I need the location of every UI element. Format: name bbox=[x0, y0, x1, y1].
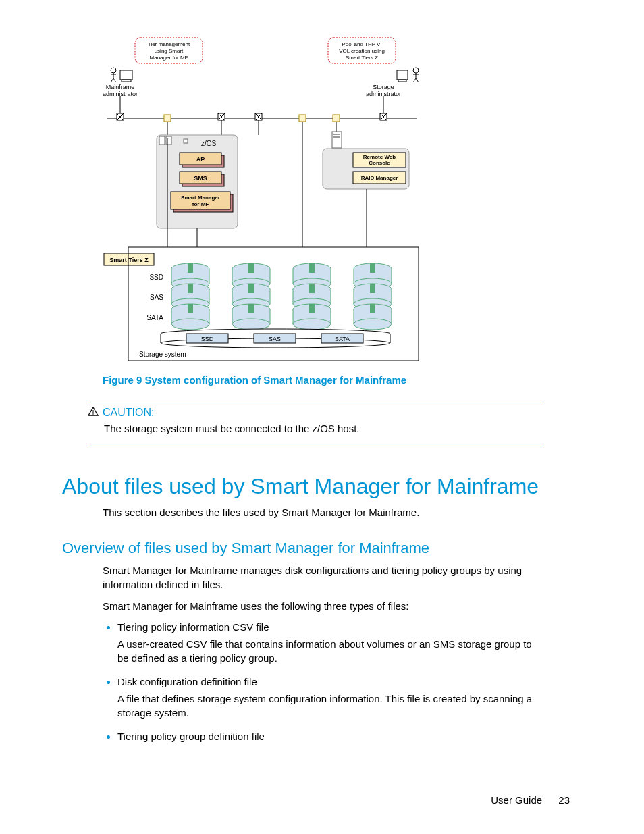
svg-text:using Smart: using Smart bbox=[155, 48, 184, 54]
svg-text:Smart Tiers Z: Smart Tiers Z bbox=[109, 257, 149, 263]
svg-text:Storage system: Storage system bbox=[139, 350, 186, 358]
svg-rect-84 bbox=[188, 304, 193, 313]
svg-rect-138 bbox=[370, 304, 375, 313]
footer-label: User Guide bbox=[491, 794, 542, 806]
svg-rect-36 bbox=[184, 139, 188, 143]
svg-text:Manager for MF: Manager for MF bbox=[150, 55, 188, 61]
svg-rect-51 bbox=[333, 136, 340, 138]
svg-rect-137 bbox=[370, 284, 375, 293]
list-item: Tiering policy information CSV file A us… bbox=[117, 620, 541, 665]
svg-rect-14 bbox=[398, 80, 406, 82]
svg-rect-119 bbox=[309, 284, 315, 293]
svg-text:z/OS: z/OS bbox=[201, 140, 217, 147]
svg-text:Storage: Storage bbox=[373, 84, 394, 90]
svg-text:Smart Tiers Z: Smart Tiers Z bbox=[346, 55, 378, 61]
svg-text:RAID Manager: RAID Manager bbox=[361, 175, 398, 181]
svg-text:SSD: SSD bbox=[149, 273, 163, 281]
page-footer: User Guide 23 bbox=[491, 794, 570, 806]
svg-text:VOL creation using: VOL creation using bbox=[339, 48, 385, 54]
svg-text:SAS: SAS bbox=[269, 336, 281, 342]
svg-point-81 bbox=[171, 319, 209, 330]
document-page: Tier management using Smart Manager for … bbox=[0, 0, 644, 834]
heading-1: About files used by Smart Manager for Ma… bbox=[62, 474, 644, 499]
caution-text: The storage system must be connected to … bbox=[104, 423, 541, 434]
paragraph: Smart Manager for Mainframe uses the fol… bbox=[103, 600, 541, 613]
svg-rect-136 bbox=[370, 263, 375, 273]
figure-caption: Figure 9 System configuration of Smart M… bbox=[103, 374, 644, 386]
svg-point-99 bbox=[232, 319, 270, 330]
svg-rect-118 bbox=[309, 263, 315, 273]
svg-point-8 bbox=[111, 68, 116, 73]
svg-text:AP: AP bbox=[196, 156, 205, 163]
caution-icon bbox=[88, 407, 99, 416]
svg-rect-102 bbox=[248, 304, 254, 313]
svg-text:Pool and THP V-: Pool and THP V- bbox=[342, 41, 382, 47]
svg-text:Smart Manager: Smart Manager bbox=[181, 194, 220, 201]
svg-text:SAS: SAS bbox=[150, 294, 163, 301]
svg-point-152 bbox=[92, 413, 94, 415]
svg-rect-13 bbox=[397, 70, 408, 80]
svg-point-15 bbox=[413, 68, 419, 73]
svg-point-117 bbox=[293, 319, 331, 330]
page-number: 23 bbox=[558, 794, 570, 806]
svg-text:SATA: SATA bbox=[335, 336, 350, 342]
svg-rect-120 bbox=[309, 304, 315, 313]
file-types-list: Tiering policy information CSV file A us… bbox=[103, 620, 541, 744]
svg-rect-10 bbox=[122, 80, 131, 82]
svg-point-135 bbox=[354, 319, 392, 330]
system-diagram: Tier management using Smart Manager for … bbox=[100, 34, 424, 365]
svg-text:for MF: for MF bbox=[192, 201, 209, 207]
svg-rect-83 bbox=[188, 284, 193, 293]
svg-rect-35 bbox=[166, 136, 171, 145]
svg-text:SMS: SMS bbox=[194, 175, 207, 182]
caution-block: CAUTION: The storage system must be conn… bbox=[88, 402, 541, 444]
svg-rect-28 bbox=[299, 115, 306, 122]
svg-text:SSD: SSD bbox=[201, 336, 214, 342]
svg-text:Remote Web: Remote Web bbox=[363, 154, 396, 160]
svg-rect-101 bbox=[248, 284, 254, 293]
svg-rect-100 bbox=[248, 263, 254, 273]
caution-label: CAUTION: bbox=[103, 407, 154, 419]
intro-paragraph: This section describes the files used by… bbox=[103, 506, 541, 519]
svg-text:Tier management: Tier management bbox=[148, 41, 190, 47]
svg-rect-82 bbox=[188, 263, 193, 273]
svg-rect-22 bbox=[164, 115, 171, 122]
svg-text:Console: Console bbox=[369, 160, 390, 166]
svg-text:Mainframe: Mainframe bbox=[106, 84, 135, 90]
svg-rect-50 bbox=[333, 134, 340, 135]
list-item: Disk configuration definition file A fil… bbox=[117, 675, 541, 720]
svg-rect-9 bbox=[120, 70, 132, 80]
svg-text:SATA: SATA bbox=[146, 314, 163, 321]
heading-2: Overview of files used by Smart Manager … bbox=[62, 540, 644, 557]
svg-rect-34 bbox=[159, 136, 165, 145]
paragraph: Smart Manager for Mainframe manages disk… bbox=[103, 564, 541, 592]
svg-rect-30 bbox=[333, 115, 340, 122]
list-item: Tiering policy group definition file bbox=[117, 729, 541, 744]
